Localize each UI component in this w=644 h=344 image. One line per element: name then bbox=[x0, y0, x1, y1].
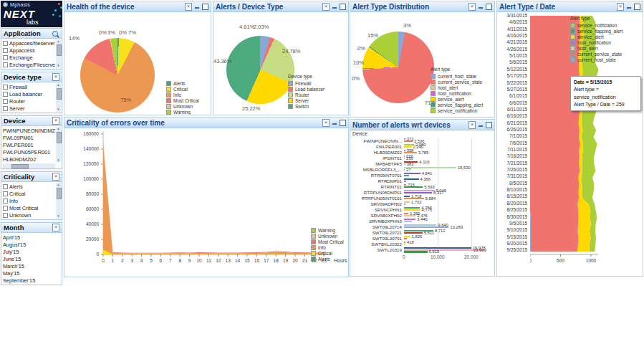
scroll-up-icon[interactable]: ▲ bbox=[56, 83, 61, 87]
bar[interactable] bbox=[404, 169, 405, 171]
scrollbar-thumb[interactable] bbox=[57, 88, 62, 100]
scrollbar-thumb[interactable] bbox=[57, 44, 62, 56]
clear-icon[interactable] bbox=[52, 73, 59, 81]
bar[interactable] bbox=[404, 181, 406, 182]
list-item[interactable]: May'15 bbox=[3, 269, 55, 277]
list-item[interactable]: Exchange/Fileserver bbox=[3, 61, 55, 68]
checkbox[interactable] bbox=[3, 92, 8, 97]
list-item[interactable]: Info bbox=[3, 197, 55, 204]
scroll-down-icon[interactable]: ▼ bbox=[56, 64, 61, 68]
list-item[interactable]: Router bbox=[3, 97, 55, 105]
list-item[interactable]: FWINPUNEONINDMZPV bbox=[3, 127, 55, 134]
horizontal-scrollbar[interactable] bbox=[3, 163, 55, 168]
bar[interactable] bbox=[404, 244, 405, 245]
checkbox[interactable] bbox=[3, 191, 8, 196]
minimize-icon[interactable] bbox=[478, 122, 484, 128]
select-alternate-state-icon[interactable] bbox=[468, 3, 476, 11]
list-item[interactable]: July'15 bbox=[3, 248, 55, 255]
clear-icon[interactable] bbox=[52, 224, 59, 231]
checkbox[interactable] bbox=[3, 99, 8, 104]
alerts-bar-chart[interactable]: Device FWINPUNEONIN...3722,536FWLPER0012… bbox=[350, 130, 494, 276]
list-item[interactable]: HLB09DMZ02 bbox=[3, 156, 55, 163]
list-item[interactable]: Critical bbox=[3, 190, 55, 197]
maximize-icon[interactable] bbox=[340, 4, 346, 10]
select-alternate-state-icon[interactable] bbox=[468, 121, 476, 129]
minimize-icon[interactable] bbox=[332, 120, 337, 125]
select-alternate-state-icon[interactable] bbox=[185, 3, 192, 11]
list-item[interactable]: Load balancer bbox=[3, 90, 55, 97]
checkbox[interactable] bbox=[3, 85, 8, 90]
maximize-icon[interactable] bbox=[340, 120, 346, 126]
list-item[interactable]: April'15 bbox=[3, 234, 55, 241]
list-item[interactable]: FWLPER001 bbox=[3, 141, 55, 148]
bar[interactable] bbox=[404, 215, 415, 216]
vertical-scrollbar[interactable]: ▲▼ bbox=[56, 127, 61, 163]
bar[interactable] bbox=[404, 163, 405, 165]
scrollbar-thumb[interactable] bbox=[57, 132, 62, 143]
bar[interactable] bbox=[404, 152, 417, 153]
bar[interactable] bbox=[404, 204, 405, 205]
list-item[interactable]: March'15 bbox=[3, 262, 55, 269]
scroll-down-icon[interactable]: ▼ bbox=[56, 214, 61, 219]
vertical-scrollbar[interactable]: ▲▼ bbox=[56, 183, 61, 219]
scrollbar-thumb[interactable] bbox=[11, 164, 29, 169]
bar[interactable] bbox=[404, 238, 407, 239]
checkbox[interactable] bbox=[3, 48, 8, 53]
alert-type-pie-chart[interactable] bbox=[362, 32, 434, 103]
checkbox[interactable] bbox=[3, 106, 8, 111]
device-type-pie-chart[interactable] bbox=[226, 36, 294, 104]
scroll-up-icon[interactable]: ▲ bbox=[56, 183, 61, 187]
maximize-icon[interactable] bbox=[486, 122, 492, 128]
bar[interactable] bbox=[404, 158, 405, 159]
checkbox[interactable] bbox=[3, 213, 8, 218]
minimize-icon[interactable] bbox=[478, 4, 484, 9]
bar[interactable] bbox=[404, 226, 448, 228]
scroll-up-icon[interactable]: ▲ bbox=[56, 127, 61, 131]
bar[interactable] bbox=[404, 198, 424, 199]
list-item[interactable]: FWL09PM01 bbox=[3, 134, 55, 141]
checkbox[interactable] bbox=[3, 41, 8, 46]
bar[interactable] bbox=[404, 178, 419, 180]
checkbox[interactable] bbox=[3, 206, 8, 211]
scrollbar-thumb[interactable] bbox=[57, 188, 62, 199]
list-item[interactable]: Unknown bbox=[3, 211, 55, 219]
checkbox[interactable] bbox=[3, 62, 8, 67]
list-item[interactable]: June'15 bbox=[3, 255, 55, 262]
search-icon[interactable] bbox=[52, 31, 58, 37]
bar[interactable] bbox=[404, 232, 423, 234]
vertical-scrollbar[interactable]: ▲▼ bbox=[56, 39, 61, 68]
checkbox[interactable] bbox=[3, 199, 8, 204]
bar[interactable] bbox=[404, 209, 420, 211]
list-item[interactable]: Exchange bbox=[3, 54, 55, 61]
bar[interactable] bbox=[404, 167, 456, 168]
bar[interactable] bbox=[404, 221, 412, 222]
clear-icon[interactable] bbox=[52, 173, 59, 181]
list-item[interactable]: August'15 bbox=[3, 241, 55, 248]
scroll-up-icon[interactable]: ▲ bbox=[56, 39, 61, 44]
criticality-area-chart[interactable]: 0200004000060000800001000001200001400001… bbox=[73, 130, 348, 270]
bar[interactable] bbox=[404, 251, 428, 252]
scroll-down-icon[interactable]: ▼ bbox=[56, 108, 61, 112]
maximize-icon[interactable] bbox=[486, 4, 492, 10]
list-item[interactable]: Appaccess bbox=[3, 47, 55, 54]
maximize-icon[interactable] bbox=[202, 4, 208, 10]
list-item[interactable]: Appacces/fileserver bbox=[3, 39, 55, 47]
bar[interactable] bbox=[404, 140, 413, 142]
list-item[interactable]: September'15 bbox=[3, 277, 55, 284]
list-item[interactable]: FWLPUN05PER001 bbox=[3, 148, 55, 156]
checkbox[interactable] bbox=[3, 184, 8, 189]
bar[interactable] bbox=[404, 192, 432, 194]
vertical-scrollbar[interactable]: ▲▼ bbox=[56, 83, 61, 112]
minimize-icon[interactable] bbox=[332, 4, 337, 9]
select-alternate-state-icon[interactable] bbox=[322, 3, 330, 11]
list-item[interactable]: Server bbox=[3, 105, 55, 112]
health-pie-chart[interactable] bbox=[80, 38, 155, 113]
select-alternate-state-icon[interactable] bbox=[322, 119, 330, 127]
list-item[interactable]: Firewall bbox=[3, 83, 55, 90]
checkbox[interactable] bbox=[3, 55, 8, 60]
minimize-icon[interactable] bbox=[194, 4, 200, 9]
bar[interactable] bbox=[404, 175, 409, 176]
scroll-down-icon[interactable]: ▼ bbox=[56, 158, 61, 163]
bar[interactable] bbox=[404, 146, 412, 148]
list-item[interactable]: Most Critical bbox=[3, 204, 55, 211]
